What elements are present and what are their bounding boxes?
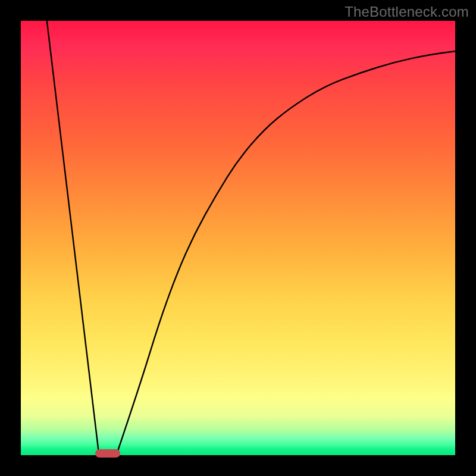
chart-frame: TheBottleneck.com xyxy=(0,0,476,476)
plot-area xyxy=(21,21,455,455)
bottleneck-marker xyxy=(95,449,120,458)
watermark-text: TheBottleneck.com xyxy=(345,4,469,20)
curve-layer xyxy=(21,21,455,455)
right-leg-curve xyxy=(117,51,455,455)
left-leg-line xyxy=(47,21,99,455)
